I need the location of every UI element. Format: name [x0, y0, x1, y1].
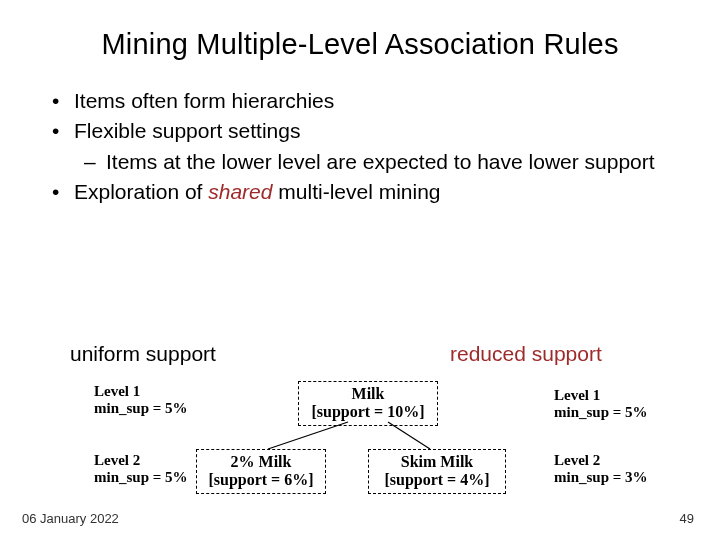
node-milk-title: Milk: [305, 385, 431, 403]
level2-left: Level 2 min_sup = 5%: [94, 452, 188, 487]
node-2pct-title: 2% Milk: [203, 453, 319, 471]
footer-page-number: 49: [680, 511, 694, 526]
node-milk-support: [support = 10%]: [305, 403, 431, 421]
level2-left-line1: Level 2: [94, 452, 188, 469]
bullet-item-3: Exploration of shared multi-level mining: [48, 178, 680, 206]
slide-title: Mining Multiple-Level Association Rules: [0, 0, 720, 61]
level1-left-line2: min_sup = 5%: [94, 400, 188, 417]
bullet-sub-item: Items at the lower level are expected to…: [48, 148, 680, 176]
bullet-3-pre: Exploration of: [74, 180, 208, 203]
node-skim-support: [support = 4%]: [375, 471, 499, 489]
bullet-item-1: Items often form hierarchies: [48, 87, 680, 115]
level2-right-line1: Level 2: [554, 452, 648, 469]
bullet-list: Items often form hierarchies Flexible su…: [0, 61, 720, 206]
node-skim-title: Skim Milk: [375, 453, 499, 471]
node-2pct-milk: 2% Milk [support = 6%]: [196, 449, 326, 494]
reduced-support-label: reduced support: [450, 342, 602, 366]
node-milk: Milk [support = 10%]: [298, 381, 438, 426]
level1-left: Level 1 min_sup = 5%: [94, 383, 188, 418]
line-milk-to-skim: [388, 422, 430, 449]
uniform-support-label: uniform support: [70, 342, 216, 366]
level2-right: Level 2 min_sup = 3%: [554, 452, 648, 487]
node-2pct-support: [support = 6%]: [203, 471, 319, 489]
level2-left-line2: min_sup = 5%: [94, 469, 188, 486]
line-milk-to-2pct: [268, 422, 348, 449]
level1-right-line1: Level 1: [554, 387, 648, 404]
bullet-3-shared: shared: [208, 180, 272, 203]
bullet-item-2: Flexible support settings: [48, 117, 680, 145]
node-skim-milk: Skim Milk [support = 4%]: [368, 449, 506, 494]
level1-right: Level 1 min_sup = 5%: [554, 387, 648, 422]
level1-right-line2: min_sup = 5%: [554, 404, 648, 421]
level2-right-line2: min_sup = 3%: [554, 469, 648, 486]
bullet-3-post: multi-level mining: [272, 180, 440, 203]
level1-left-line1: Level 1: [94, 383, 188, 400]
footer-date: 06 January 2022: [22, 511, 119, 526]
